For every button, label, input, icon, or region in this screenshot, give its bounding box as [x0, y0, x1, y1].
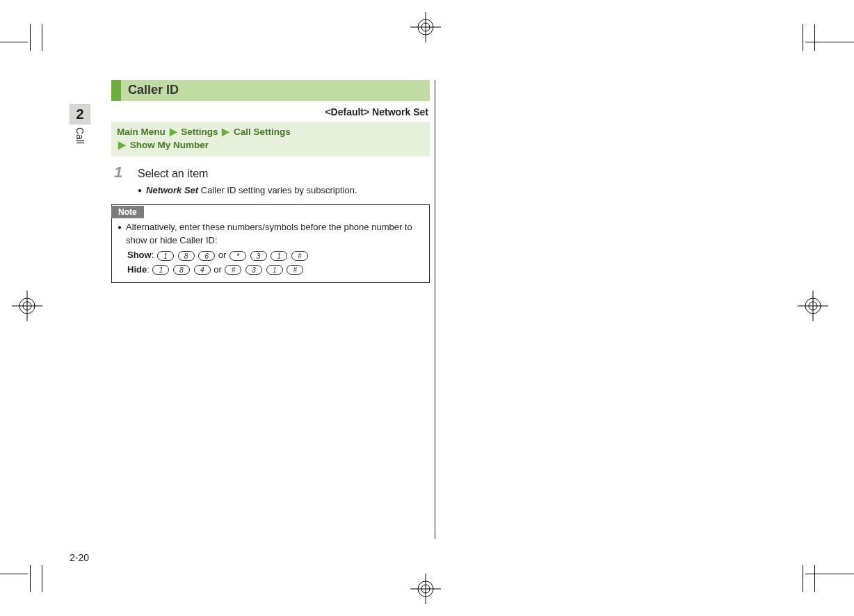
key-icon: 3 [245, 265, 262, 275]
breadcrumb-arrow-icon: ▶ [118, 140, 126, 150]
key-icon: 8 [173, 265, 190, 275]
breadcrumb-item: Main Menu [117, 127, 166, 137]
chapter-tab: 2 Call [70, 104, 90, 149]
crop-mark [42, 24, 42, 51]
page-content: 2 Call Caller ID <Default> Network Set M… [70, 63, 793, 563]
note-show-line: Show: 1 8 6 or * 3 1 # [118, 249, 424, 262]
breadcrumb-arrow-icon: ▶ [170, 127, 177, 137]
chapter-label: Call [74, 124, 86, 147]
key-icon: # [225, 265, 241, 275]
bullet-rest: Caller ID setting varies by subscription… [198, 185, 357, 195]
breadcrumb-item: Call Settings [234, 127, 291, 137]
registration-mark-icon [12, 291, 42, 321]
bullet-text: Network Set Caller ID setting varies by … [146, 184, 357, 197]
key-icon: 1 [157, 251, 174, 261]
key-icon: 1 [152, 265, 169, 275]
note-intro: Alternatively, enter these numbers/symbo… [126, 221, 424, 248]
crop-mark [30, 24, 31, 51]
left-column: Caller ID <Default> Network Set Main Men… [111, 80, 430, 283]
section-title-bar: Caller ID [111, 80, 430, 101]
crop-mark [805, 42, 854, 42]
note-label: Note [111, 206, 144, 218]
chapter-number: 2 [70, 104, 90, 124]
breadcrumb-item: Settings [181, 127, 218, 137]
or-text: or [214, 264, 222, 275]
show-label: Show [127, 250, 152, 260]
crop-mark [814, 565, 815, 592]
key-icon: 1 [271, 251, 287, 261]
breadcrumb-arrow-icon: ▶ [222, 127, 229, 137]
note-box: Note ● Alternatively, enter these number… [111, 204, 430, 282]
crop-mark [803, 565, 803, 592]
step-bullet: ● Network Set Caller ID setting varies b… [111, 184, 430, 197]
bullet-icon: ● [138, 184, 142, 197]
step: 1 Select an item [111, 156, 430, 184]
title-accent [111, 80, 121, 101]
registration-mark-icon [410, 574, 441, 604]
key-icon: 3 [250, 251, 267, 261]
key-icon: # [291, 251, 308, 261]
default-setting-line: <Default> Network Set [111, 101, 430, 122]
bullet-icon: ● [118, 221, 122, 248]
note-hide-line: Hide: 1 8 4 or # 3 1 # [118, 264, 424, 277]
crop-mark [805, 574, 854, 574]
crop-mark [803, 24, 803, 51]
section-title: Caller ID [121, 80, 186, 101]
registration-mark-icon [410, 12, 441, 42]
key-icon: 4 [194, 265, 211, 275]
crop-mark [814, 24, 815, 51]
or-text: or [218, 250, 227, 260]
hide-label: Hide [127, 264, 147, 275]
key-icon: 1 [266, 265, 283, 275]
bullet-term: Network Set [146, 185, 198, 195]
step-number: 1 [114, 163, 128, 181]
crop-mark [42, 565, 42, 592]
breadcrumb-item: Show My Number [130, 140, 209, 150]
crop-mark [0, 42, 28, 42]
key-icon: # [287, 265, 303, 275]
registration-mark-icon [798, 291, 828, 321]
crop-mark [0, 574, 28, 574]
menu-path: Main Menu ▶ Settings ▶ Call Settings ▶ S… [111, 122, 430, 156]
key-icon: * [229, 251, 246, 261]
step-text: Select an item [138, 168, 208, 180]
note-body: ● Alternatively, enter these numbers/sym… [112, 218, 429, 282]
key-icon: 8 [178, 251, 195, 261]
column-divider [435, 80, 435, 539]
page-number: 2-20 [70, 552, 89, 563]
key-icon: 6 [198, 251, 215, 261]
crop-mark [30, 565, 31, 592]
